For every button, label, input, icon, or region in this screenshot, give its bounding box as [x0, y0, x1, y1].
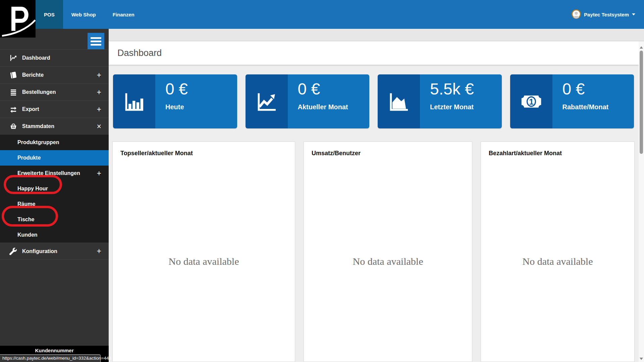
sidebar-item-tische[interactable]: Tische	[0, 212, 109, 227]
transfer-arrows-icon	[9, 105, 18, 113]
page-title: Dashboard	[117, 48, 162, 58]
sidebar-item-label: Happy Hour	[17, 186, 48, 192]
panel-umsatz-benutzer: Umsatz/Benutzer No data available	[304, 141, 472, 362]
basket-icon	[9, 122, 18, 130]
no-data-message: No data available	[304, 256, 472, 267]
stat-value: 5.5k €	[430, 79, 502, 99]
plus-icon[interactable]: +	[97, 71, 101, 80]
stat-card-body: 0 € Rabatte/Monat	[552, 74, 634, 128]
sidebar: Dashboard Berichte + Bestellungen + Expo…	[0, 29, 109, 362]
sidebar-item-label: Erweiterte Einstellungen	[17, 170, 80, 176]
page-title-bar: Dashboard	[109, 41, 639, 65]
sidebar-item-kunden[interactable]: Kunden	[0, 227, 109, 243]
scrollbar-thumb[interactable]	[640, 51, 643, 154]
sidebar-item-label: Räume	[17, 201, 35, 207]
user-name: Paytec Testsystem	[584, 12, 629, 17]
tab-finanzen[interactable]: Finanzen	[104, 0, 143, 29]
no-data-message: No data available	[481, 256, 634, 267]
stat-card-body: 0 € Heute	[155, 74, 237, 128]
close-icon[interactable]: ×	[97, 122, 101, 131]
sidebar-item-raeume[interactable]: Räume	[0, 196, 109, 212]
list-icon	[9, 88, 18, 96]
scroll-down-icon[interactable]	[640, 358, 643, 360]
plus-icon[interactable]: +	[97, 169, 101, 178]
stat-card-letzter-monat[interactable]: 5.5k € Letzter Monat	[378, 74, 502, 128]
stat-card-body: 5.5k € Letzter Monat	[420, 74, 502, 128]
sidebar-item-label: Berichte	[22, 72, 97, 78]
sidebar-item-stammdaten[interactable]: Stammdaten ×	[0, 118, 109, 135]
sidebar-item-dashboard[interactable]: Dashboard	[0, 49, 109, 66]
stat-label: Heute	[165, 103, 237, 111]
stammdaten-submenu: Produktgruppen Produkte Erweiterte Einst…	[0, 135, 109, 243]
dashboard-panels: Topseller/aktueller Monat No data availa…	[112, 141, 635, 362]
svg-text:1: 1	[529, 98, 533, 106]
sidebar-item-happy-hour[interactable]: Happy Hour	[0, 181, 109, 196]
stat-label: Rabatte/Monat	[562, 103, 634, 111]
book-icon	[9, 71, 18, 79]
sidebar-item-produktgruppen[interactable]: Produktgruppen	[0, 135, 109, 150]
chart-line-icon	[9, 54, 18, 62]
panel-bezahlart: Bezahlart/aktueller Monat No data availa…	[481, 141, 635, 362]
paytec-logo[interactable]	[0, 0, 36, 38]
stat-label: Letzter Monat	[430, 103, 502, 111]
sidebar-item-produkte[interactable]: Produkte	[0, 150, 109, 166]
sidebar-item-erweiterte-einstellungen[interactable]: Erweiterte Einstellungen +	[0, 166, 109, 181]
area-chart-icon	[378, 74, 420, 128]
avatar-icon	[572, 9, 581, 20]
menu-icon[interactable]	[88, 33, 104, 50]
top-navbar: POS Web Shop Finanzen Paytec Testsystem	[0, 0, 644, 29]
stat-card-heute[interactable]: 0 € Heute	[113, 74, 237, 128]
stat-card-body: 0 € Aktueller Monat	[288, 74, 370, 128]
sidebar-item-bestellungen[interactable]: Bestellungen +	[0, 83, 109, 101]
sidebar-item-konfiguration[interactable]: Konfiguration +	[0, 243, 109, 260]
plus-icon[interactable]: +	[97, 247, 101, 256]
trend-line-icon	[246, 74, 288, 128]
bar-chart-icon	[113, 74, 155, 128]
vertical-scrollbar[interactable]	[639, 41, 644, 362]
sidebar-item-label: Produktgruppen	[17, 139, 59, 145]
status-url: https://cash.paytec.de/web#menu_id=332&a…	[2, 356, 111, 361]
sidebar-item-label: Export	[22, 106, 97, 112]
nav-tabs: POS Web Shop Finanzen	[36, 0, 143, 29]
panel-title: Topseller/aktueller Monat	[120, 150, 193, 157]
plus-icon[interactable]: +	[97, 105, 101, 114]
stat-value: 0 €	[562, 79, 634, 99]
scroll-up-icon[interactable]	[640, 46, 643, 49]
sidebar-item-label: Dashboard	[22, 55, 101, 61]
sidebar-item-label: Stammdaten	[22, 123, 97, 129]
sidebar-item-label: Bestellungen	[22, 89, 97, 95]
sidebar-item-berichte[interactable]: Berichte +	[0, 66, 109, 83]
customer-number-label: Kundennummer	[35, 348, 73, 353]
sidebar-item-label: Kunden	[17, 232, 38, 238]
sidebar-item-export[interactable]: Export +	[0, 101, 109, 118]
wrench-icon	[9, 248, 18, 255]
sidebar-item-label: Tische	[17, 217, 34, 223]
sidebar-item-label: Konfiguration	[22, 248, 97, 254]
status-url-tooltip: https://cash.paytec.de/web#menu_id=332&a…	[0, 354, 101, 362]
user-menu[interactable]: Paytec Testsystem	[572, 0, 635, 29]
stat-card-aktueller-monat[interactable]: 0 € Aktueller Monat	[246, 74, 370, 128]
stat-cards-row: 0 € Heute 0 € Aktueller Monat 5.5k € Let…	[113, 74, 634, 128]
sidebar-item-label: Produkte	[17, 155, 41, 161]
plus-icon[interactable]: +	[97, 88, 101, 97]
panel-title: Umsatz/Benutzer	[312, 150, 361, 157]
content-top-strip	[109, 29, 644, 41]
tab-finanzen-label: Finanzen	[113, 12, 135, 17]
stat-card-rabatte-monat[interactable]: 1 0 € Rabatte/Monat	[510, 74, 634, 128]
stat-value: 0 €	[298, 79, 370, 99]
chevron-down-icon	[632, 13, 635, 15]
tab-pos[interactable]: POS	[36, 0, 63, 29]
app-window: POS Web Shop Finanzen Paytec Testsystem	[0, 0, 644, 362]
stat-value: 0 €	[165, 79, 237, 99]
panel-title: Bezahlart/aktueller Monat	[489, 150, 562, 157]
tab-web-shop-label: Web Shop	[71, 12, 96, 17]
panel-topseller: Topseller/aktueller Monat No data availa…	[112, 141, 295, 362]
banknote-icon: 1	[510, 74, 552, 128]
tab-web-shop[interactable]: Web Shop	[63, 0, 104, 29]
stat-label: Aktueller Monat	[298, 103, 370, 111]
no-data-message: No data available	[113, 256, 295, 267]
tab-pos-label: POS	[44, 12, 55, 17]
